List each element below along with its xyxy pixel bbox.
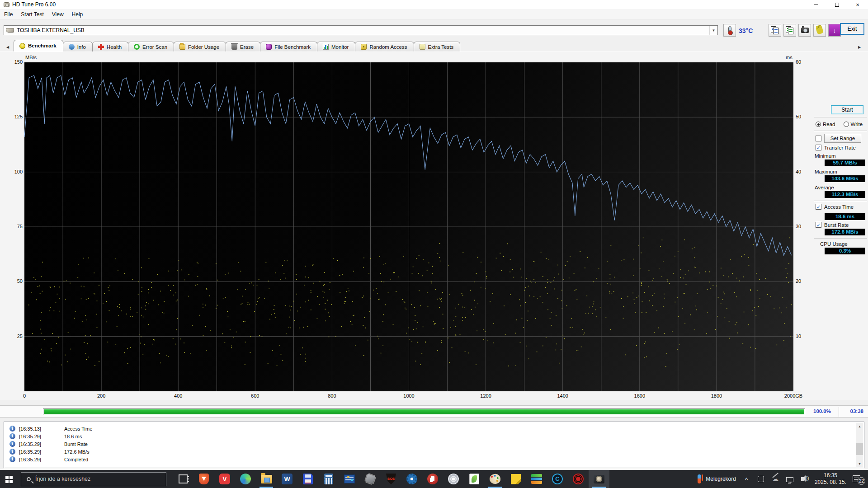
folder-icon xyxy=(179,44,185,50)
maximize-button[interactable] xyxy=(826,0,847,9)
log-row[interactable]: i[16:35.29]172.6 MB/s xyxy=(4,448,864,455)
close-button[interactable]: × xyxy=(847,0,868,9)
menu-item-file[interactable]: File xyxy=(0,9,17,19)
taskbar-notepadpp-icon[interactable] xyxy=(464,470,485,488)
minimize-button[interactable] xyxy=(806,0,826,9)
taskbar-paint-palette-icon[interactable] xyxy=(485,470,505,488)
access-time-label: Access Time xyxy=(824,204,854,210)
log-row[interactable]: i[16:35.29]18.6 ms xyxy=(4,432,864,440)
scroll-up-icon[interactable]: ▲ xyxy=(856,422,863,430)
temperature-value: 33°C xyxy=(739,27,753,34)
tab-file-benchmark[interactable]: File Benchmark xyxy=(260,42,317,52)
transfer-rate-checkbox[interactable]: ✓ xyxy=(816,145,821,150)
menu-item-help[interactable]: Help xyxy=(68,9,87,19)
drive-selector-value: TOSHIBA EXTERNAL_USB xyxy=(17,27,85,33)
tab-erase[interactable]: Erase xyxy=(226,42,260,52)
tablet-mode-icon[interactable] xyxy=(757,474,765,484)
weather-widget[interactable]: Melegrekord xyxy=(698,474,736,483)
tab-monitor[interactable]: Monitor xyxy=(317,42,355,52)
taskbar-cd-disc-icon[interactable] xyxy=(443,470,464,488)
red-gear-icon xyxy=(573,474,584,484)
window-title: HD Tune Pro 6.00 xyxy=(12,1,56,8)
hdtune-app-icon xyxy=(4,2,9,7)
tab-label: Extra Tests xyxy=(428,44,454,50)
tab-benchmark[interactable]: Benchmark xyxy=(14,40,63,52)
taskbar-bios-icon[interactable]: BIOS xyxy=(381,470,401,488)
onedrive-offline-icon[interactable]: ☁ xyxy=(771,474,779,484)
taskbar-cpuid-c-icon[interactable]: C xyxy=(547,470,568,488)
sticky-notes-icon xyxy=(511,474,521,484)
taskbar-vivaldi-icon[interactable]: V xyxy=(214,470,235,488)
save-results-button[interactable]: ↓ xyxy=(828,24,841,37)
menu-item-start-test[interactable]: Start Test xyxy=(17,9,47,19)
x-tick: 1200 xyxy=(480,393,491,399)
tab-folder-usage[interactable]: Folder Usage xyxy=(174,42,226,52)
info-icon: i xyxy=(9,449,15,455)
tab-label: Random Access xyxy=(369,44,407,50)
read-radio[interactable] xyxy=(816,122,821,127)
monitor-chart-icon xyxy=(323,44,329,50)
clock[interactable]: 16:35 2025. 08. 15. xyxy=(815,472,846,486)
log-scrollbar[interactable]: ▲ ▼ xyxy=(856,422,863,467)
tab-error-scan[interactable]: Error Scan xyxy=(128,42,174,52)
chevron-down-icon[interactable]: ▼ xyxy=(709,26,717,35)
taskbar-hdtune-icon[interactable] xyxy=(589,470,609,488)
taskbar-edge-icon[interactable] xyxy=(235,470,256,488)
clock-time: 16:35 xyxy=(815,472,846,479)
taskbar-red-hand-icon[interactable] xyxy=(422,470,443,488)
right-tick: 50 xyxy=(796,114,801,119)
scroll-down-icon[interactable]: ▼ xyxy=(856,460,863,467)
copy-text-button[interactable] xyxy=(769,24,781,37)
network-icon[interactable] xyxy=(786,474,794,484)
taskbar-layers-icon[interactable] xyxy=(526,470,547,488)
taskbar-backup-floppy-icon[interactable] xyxy=(297,470,318,488)
tray-expand-icon[interactable]: ^ xyxy=(742,474,750,484)
taskbar-blue-gear-icon[interactable] xyxy=(401,470,422,488)
tab-random-access[interactable]: Random Access xyxy=(355,42,414,52)
tab-health[interactable]: Health xyxy=(92,42,128,52)
set-range-checkbox[interactable] xyxy=(816,136,821,141)
word-icon: W xyxy=(282,474,292,484)
taskbar-calculator-icon[interactable] xyxy=(318,470,339,488)
x-tick: 2000GB xyxy=(784,393,802,399)
taskbar-search-input[interactable]: Írjon ide a kereséshez xyxy=(21,472,166,486)
left-tick: 125 xyxy=(11,114,23,119)
set-range-button[interactable]: Set Range xyxy=(824,134,861,143)
taskbar-chip-icon[interactable] xyxy=(360,470,381,488)
taskbar-tuning-utility-icon[interactable] xyxy=(339,470,360,488)
log-timestamp: [16:35.13] xyxy=(19,426,54,432)
taskbar-word-icon[interactable]: W xyxy=(277,470,297,488)
temperature-button[interactable] xyxy=(723,24,736,37)
scrollbar-thumb[interactable] xyxy=(856,443,863,455)
exit-label: Exit xyxy=(848,26,857,32)
audio-test-button[interactable] xyxy=(813,24,826,37)
progress-row: 100.0% 03:38 xyxy=(0,405,868,418)
tab-scroll-left[interactable]: ◀ xyxy=(4,43,12,51)
tab-info[interactable]: Info xyxy=(63,42,93,52)
tab-scroll-right[interactable]: ▶ xyxy=(855,43,863,51)
random-icon xyxy=(361,44,367,50)
volume-icon[interactable] xyxy=(800,474,808,484)
log-row[interactable]: i[16:35.29]Completed xyxy=(4,455,864,463)
burst-rate-checkbox[interactable]: ✓ xyxy=(816,222,821,228)
copy-image-button[interactable] xyxy=(783,24,796,37)
start-menu-button[interactable] xyxy=(0,470,21,488)
menu-item-view[interactable]: View xyxy=(48,9,68,19)
log-row[interactable]: i[16:35.13]Access Time xyxy=(4,425,864,432)
tab-extra-tests[interactable]: Extra Tests xyxy=(414,42,461,52)
write-radio[interactable] xyxy=(844,122,849,127)
taskbar-sticky-notes-icon[interactable] xyxy=(505,470,526,488)
red-cross-icon xyxy=(98,44,104,50)
taskbar-brave-icon[interactable] xyxy=(193,470,214,488)
taskbar-file-explorer-icon[interactable] xyxy=(256,470,277,488)
access-time-checkbox[interactable]: ✓ xyxy=(816,204,821,210)
drive-selector[interactable]: TOSHIBA EXTERNAL_USB ▼ xyxy=(4,25,718,35)
taskbar-red-gear-icon[interactable] xyxy=(568,470,589,488)
notification-center-button[interactable]: 22 xyxy=(853,474,864,484)
taskbar-task-view-icon[interactable] xyxy=(173,470,193,488)
tab-label: Info xyxy=(77,44,86,50)
screenshot-button[interactable] xyxy=(798,24,811,37)
start-button[interactable]: Start xyxy=(831,105,863,114)
exit-button[interactable]: Exit xyxy=(840,23,864,35)
log-row[interactable]: i[16:35.29]Burst Rate xyxy=(4,440,864,448)
